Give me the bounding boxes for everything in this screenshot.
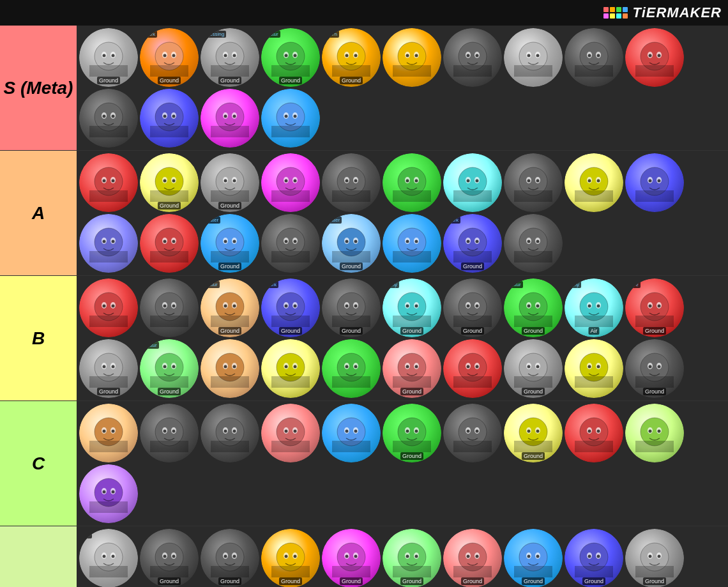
svg-point-52 (597, 54, 600, 57)
char-a-1[interactable]: Ground (140, 153, 199, 212)
char-a-14[interactable]: WaterGround (322, 214, 381, 273)
char-a-11[interactable] (140, 214, 199, 273)
svg-point-27 (345, 54, 349, 57)
char-s-13[interactable] (261, 89, 320, 148)
char-s-2[interactable]: BlessingGround (201, 28, 259, 87)
svg-point-105 (285, 179, 288, 183)
char-c-2[interactable] (201, 404, 259, 462)
char-a-9[interactable] (625, 153, 684, 212)
svg-point-387 (163, 555, 167, 558)
char-b-19[interactable]: Ground (625, 339, 684, 398)
char-c-0[interactable] (79, 404, 138, 462)
char-s-1[interactable]: DarkGround (140, 28, 199, 87)
char-d-4[interactable]: Ground (322, 529, 381, 587)
char-b-6[interactable]: Ground (443, 278, 502, 337)
char-s-3[interactable]: NaturGround (261, 28, 320, 87)
char-s-9[interactable] (625, 28, 684, 87)
char-b-5[interactable]: HolyGround (383, 278, 441, 337)
char-s-4[interactable]: BurnGround (322, 28, 381, 87)
char-d-0[interactable]: Air (79, 529, 138, 587)
char-a-2[interactable]: Ground (201, 153, 259, 212)
char-c-1[interactable] (140, 404, 199, 462)
char-c-7[interactable]: Ground (504, 404, 563, 462)
char-ground-label: Ground (522, 452, 545, 460)
char-b-13[interactable] (261, 339, 320, 398)
char-b-3[interactable]: DarkGround (261, 278, 320, 337)
svg-point-82 (294, 115, 297, 118)
logo-cell-4 (623, 7, 628, 12)
char-d-2[interactable]: Ground (201, 529, 259, 587)
char-b-11[interactable]: NaturGround (140, 339, 199, 398)
char-a-17[interactable] (504, 214, 563, 273)
char-c-10[interactable] (79, 464, 138, 523)
svg-point-292 (476, 365, 479, 369)
char-a-8[interactable] (565, 153, 623, 212)
char-d-3[interactable]: Ground (261, 529, 320, 587)
char-s-12[interactable] (201, 89, 259, 148)
char-d-8[interactable]: Ground (565, 529, 623, 587)
svg-rect-11 (150, 65, 188, 77)
char-b-1[interactable] (140, 278, 199, 337)
char-s-11[interactable] (140, 89, 199, 148)
char-b-17[interactable]: Ground (504, 339, 563, 398)
svg-point-256 (112, 365, 115, 369)
char-b-2[interactable]: NaturGround (201, 278, 259, 337)
char-b-15[interactable]: Ground (383, 339, 441, 398)
char-b-18[interactable] (565, 339, 623, 398)
char-b-4[interactable]: Ground (322, 278, 381, 337)
char-a-5[interactable] (383, 153, 441, 212)
char-a-10[interactable] (79, 214, 138, 273)
char-s-0[interactable]: Ground (79, 28, 138, 87)
svg-point-250 (658, 305, 661, 308)
char-c-4[interactable] (322, 404, 381, 462)
char-b-7[interactable]: NaturGround (504, 278, 563, 337)
svg-rect-101 (211, 190, 249, 202)
char-b-8[interactable]: HolyAir (565, 278, 623, 337)
char-c-6[interactable] (443, 404, 502, 462)
char-b-0[interactable] (79, 278, 138, 337)
char-b-12[interactable] (201, 339, 259, 398)
char-s-10[interactable] (79, 89, 138, 148)
char-b-9[interactable]: FireGround (625, 278, 684, 337)
svg-rect-275 (271, 376, 310, 388)
char-d-6[interactable]: Ground (443, 529, 502, 587)
char-s-6[interactable] (443, 28, 502, 87)
svg-point-267 (224, 365, 227, 369)
svg-point-183 (467, 240, 470, 243)
char-d-7[interactable]: Ground (504, 529, 563, 587)
char-a-3[interactable] (261, 153, 320, 212)
char-a-4[interactable] (322, 153, 381, 212)
char-ground-label: Ground (97, 77, 120, 84)
char-d-1[interactable]: Ground (140, 529, 199, 587)
svg-point-381 (103, 555, 106, 558)
char-b-14[interactable] (322, 339, 381, 398)
svg-rect-113 (332, 190, 370, 202)
tier-row-a: A Ground Ground (0, 151, 728, 276)
svg-rect-161 (211, 251, 249, 263)
char-a-15[interactable] (383, 214, 441, 273)
char-s-5[interactable] (383, 28, 441, 87)
char-d-5[interactable]: Ground (383, 529, 441, 587)
svg-point-232 (476, 305, 479, 308)
char-c-5[interactable]: Ground (383, 404, 441, 462)
svg-point-112 (354, 179, 358, 183)
char-a-16[interactable]: DarkGround (443, 214, 502, 273)
char-s-7[interactable] (504, 28, 563, 87)
char-b-16[interactable] (443, 339, 502, 398)
char-c-9[interactable] (625, 404, 684, 462)
svg-point-141 (649, 179, 652, 183)
char-b-10[interactable]: Ground (79, 339, 138, 398)
char-a-7[interactable] (504, 153, 563, 212)
svg-point-129 (527, 179, 531, 183)
char-c-3[interactable] (261, 404, 320, 462)
char-a-12[interactable]: WaterGround (201, 214, 259, 273)
svg-rect-215 (271, 316, 310, 327)
char-c-8[interactable] (565, 404, 623, 462)
char-a-13[interactable] (261, 214, 320, 273)
char-a-0[interactable] (79, 153, 138, 212)
char-tag: Dark (446, 217, 460, 224)
char-s-8[interactable] (565, 28, 623, 87)
svg-point-255 (103, 365, 106, 369)
char-d-9[interactable]: Ground (625, 529, 684, 587)
char-a-6[interactable] (443, 153, 502, 212)
